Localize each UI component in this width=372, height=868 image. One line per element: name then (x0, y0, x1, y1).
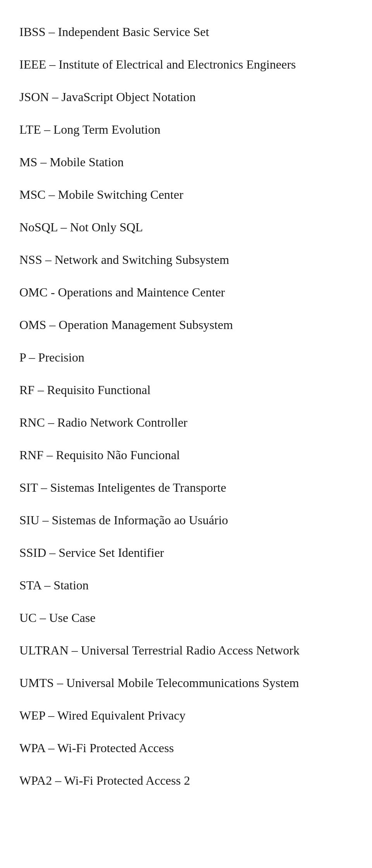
definition-item: WEP – Wired Equivalent Privacy (19, 699, 353, 732)
definition-item: P – Precision (19, 341, 353, 374)
definition-item: IBSS – Independent Basic Service Set (19, 16, 353, 48)
definition-item: OMC - Operations and Maintence Center (19, 276, 353, 308)
definition-item: JSON – JavaScript Object Notation (19, 81, 353, 113)
definition-item: ULTRAN – Universal Terrestrial Radio Acc… (19, 634, 353, 666)
definition-item: SSID – Service Set Identifier (19, 536, 353, 569)
definition-item: RNC – Radio Network Controller (19, 406, 353, 439)
definition-item: MSC – Mobile Switching Center (19, 178, 353, 211)
definition-item: OMS – Operation Management Subsystem (19, 308, 353, 341)
definition-item: NSS – Network and Switching Subsystem (19, 243, 353, 276)
definition-item: SIU – Sistemas de Informação ao Usuário (19, 504, 353, 536)
definition-item: NoSQL – Not Only SQL (19, 211, 353, 243)
definition-item: LTE – Long Term Evolution (19, 113, 353, 146)
definition-item: UMTS – Universal Mobile Telecommunicatio… (19, 666, 353, 699)
definition-item: SIT – Sistemas Inteligentes de Transport… (19, 471, 353, 504)
definition-item: WPA2 – Wi-Fi Protected Access 2 (19, 764, 353, 797)
definition-item: RNF – Requisito Não Funcional (19, 439, 353, 471)
definition-item: RF – Requisito Functional (19, 374, 353, 406)
definition-item: UC – Use Case (19, 601, 353, 634)
definition-item: IEEE – Institute of Electrical and Elect… (19, 48, 353, 81)
definition-item: WPA – Wi-Fi Protected Access (19, 732, 353, 764)
definition-item: MS – Mobile Station (19, 146, 353, 178)
definition-list: IBSS – Independent Basic Service SetIEEE… (19, 16, 353, 797)
definition-item: STA – Station (19, 569, 353, 601)
